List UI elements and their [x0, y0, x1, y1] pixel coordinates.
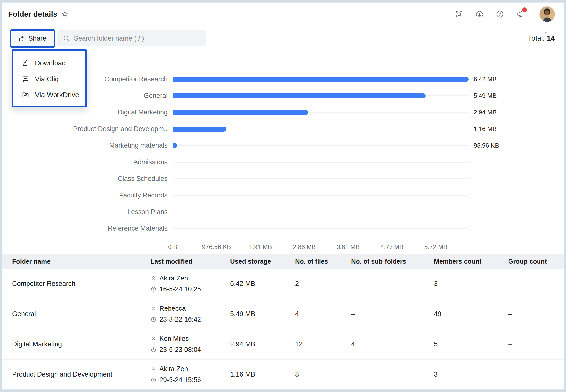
person-icon — [150, 366, 157, 372]
menu-item-label: Download — [35, 59, 66, 67]
chart-value-label: 98.96 KB — [474, 142, 499, 149]
table-row[interactable]: Product Design and Development Akira Zen… — [2, 360, 564, 390]
share-button-label: Share — [28, 35, 46, 42]
table-column-header: Group count — [508, 258, 564, 265]
chart-row: Faculty Records — [2, 187, 564, 204]
chart-track — [173, 210, 469, 215]
cell-folder-name: Digital Marketing — [12, 340, 150, 348]
cell-subfolders: 4 — [351, 340, 434, 348]
avatar[interactable] — [539, 6, 555, 22]
cell-subfolders: – — [351, 310, 434, 318]
cell-used-storage: 5.49 MB — [230, 310, 295, 318]
page-title: Folder details — [8, 10, 57, 18]
cell-members: 49 — [434, 310, 508, 318]
star-icon — [61, 10, 69, 18]
modified-by-line: Ken Miles — [150, 335, 230, 343]
search-box — [57, 30, 206, 46]
person-icon — [150, 275, 157, 281]
share-icon — [18, 35, 25, 42]
share-button[interactable]: Share — [12, 32, 53, 45]
table-body: Competitor Research Akira Zen 16-5-24 10… — [2, 269, 564, 390]
menu-item-label: Via Cliq — [35, 75, 59, 83]
menu-item-label: Via WorkDrive — [35, 91, 79, 99]
chart-track — [173, 160, 469, 165]
table-row[interactable]: General Rebecca 23-8-22 16:42 5.49 MB 4 … — [2, 299, 564, 329]
modified-by-line: Rebecca — [150, 305, 230, 312]
chart-axis-tick: 3.81 MB — [337, 243, 360, 251]
chart-row: Admissions — [2, 154, 564, 170]
help-button[interactable]: ? — [495, 10, 504, 19]
favorite-star-button[interactable] — [61, 10, 69, 18]
modified-by-line: Akira Zen — [150, 365, 230, 373]
chart-value-label: 5.49 MB — [474, 92, 497, 99]
chart-bar[interactable] — [173, 143, 177, 148]
expand-button[interactable] — [455, 10, 464, 19]
total-value: 14 — [547, 34, 555, 42]
cell-files: 2 — [295, 280, 351, 288]
chart-x-axis: 0 B976.56 KB1.91 MB2.86 MB3.81 MB4.77 MB… — [173, 241, 436, 252]
notification-badge — [522, 7, 527, 12]
chart-category-label: Digital Marketing — [2, 109, 168, 116]
chart-track — [173, 143, 469, 148]
cell-files: 4 — [295, 310, 351, 318]
chart-axis-tick: 0 B — [168, 243, 177, 251]
person-icon — [150, 336, 157, 342]
modified-at-line: 16-5-24 10:25 — [150, 285, 230, 293]
cell-used-storage: 2.94 MB — [230, 340, 295, 348]
cell-subfolders: – — [351, 371, 434, 378]
chart-category-label: Faculty Records — [2, 192, 168, 199]
person-icon — [150, 306, 157, 312]
chart-axis-tick: 4.77 MB — [380, 243, 403, 251]
svg-text:?: ? — [499, 12, 501, 16]
chart-value-label: 6.42 MB — [474, 76, 497, 83]
cell-used-storage: 6.42 MB — [230, 280, 295, 288]
chart-row: Marketing materials 98.96 KB — [2, 137, 564, 154]
table-row[interactable]: Competitor Research Akira Zen 16-5-24 10… — [2, 269, 564, 299]
chart-value-label: 1.16 MB — [474, 125, 497, 133]
avatar-image — [539, 6, 555, 22]
chart-bar[interactable] — [173, 93, 426, 98]
chart-track — [173, 127, 469, 132]
folder-details-window: Folder details — [2, 2, 564, 390]
cell-modified-at: 23-6-23 08:04 — [159, 346, 201, 354]
chart-category-label: Admissions — [2, 158, 168, 166]
chart-axis-tick: 5.72 MB — [424, 243, 447, 251]
cell-members: 5 — [434, 340, 508, 348]
chart-bar[interactable] — [173, 77, 469, 82]
announcements-button[interactable] — [516, 10, 525, 19]
clock-icon — [150, 316, 157, 323]
share-dropdown-menu: Download Via Cliq Via WorkDrive — [12, 49, 87, 107]
search-input[interactable] — [74, 35, 201, 42]
cell-members: 3 — [434, 371, 508, 378]
menu-item-via-cliq[interactable]: Via Cliq — [13, 71, 85, 87]
modified-at-line: 23-8-22 16:42 — [150, 316, 230, 323]
menu-item-via-workdrive[interactable]: Via WorkDrive — [13, 87, 85, 103]
chart-track — [173, 193, 469, 198]
table-column-header: No. of sub-folders — [351, 258, 434, 265]
cell-folder-name: Competitor Research — [12, 280, 150, 288]
chart-track — [173, 176, 469, 181]
chart-bar[interactable] — [173, 127, 226, 132]
clock-icon — [150, 286, 157, 292]
table-column-header: Folder name — [12, 258, 150, 265]
cell-modified-at: 29-5-24 15:56 — [159, 376, 201, 384]
cell-groups: – — [508, 371, 564, 378]
download-report-button[interactable] — [475, 10, 484, 19]
chart-track — [173, 77, 469, 82]
table-column-header: No. of files — [295, 258, 351, 265]
chart-bar[interactable] — [173, 110, 308, 115]
cell-files: 12 — [295, 340, 351, 348]
download-icon — [22, 59, 29, 67]
chart-category-label: Lesson Plans — [2, 208, 168, 216]
chart-track — [173, 110, 469, 115]
chart-axis-tick: 2.86 MB — [293, 243, 316, 251]
folders-table: Folder nameLast modifiedUsed storageNo. … — [2, 254, 564, 390]
table-header-row: Folder nameLast modifiedUsed storageNo. … — [2, 254, 564, 269]
chart-value-label: 2.94 MB — [474, 109, 497, 116]
table-row[interactable]: Digital Marketing Ken Miles 23-6-23 08:0… — [2, 329, 564, 360]
cell-modified-at: 16-5-24 10:25 — [159, 285, 201, 293]
table-column-header: Last modified — [150, 258, 230, 265]
modified-at-line: 29-5-24 15:56 — [150, 376, 230, 384]
screenshot-frame: Folder details — [0, 0, 566, 392]
menu-item-download[interactable]: Download — [13, 55, 85, 71]
